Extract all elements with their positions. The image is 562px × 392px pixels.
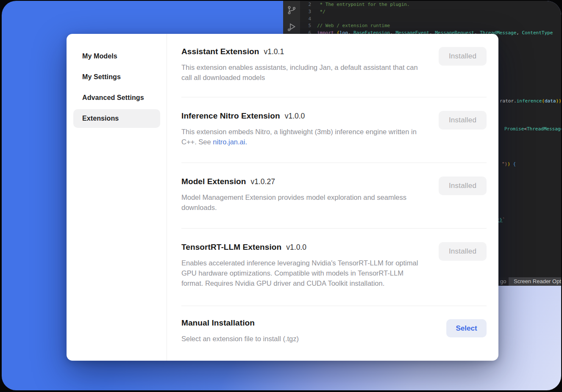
code-fragment: ")) { xyxy=(502,161,516,168)
extension-version: v1.0.0 xyxy=(285,112,305,121)
settings-modal: My Models My Settings Advanced Settings … xyxy=(67,34,498,361)
manual-installation-row: Manual Installation Select an extension … xyxy=(181,306,487,355)
installed-button[interactable]: Installed xyxy=(439,177,487,195)
installed-button[interactable]: Installed xyxy=(439,111,487,130)
select-file-button[interactable]: Select xyxy=(446,319,487,337)
sidebar-item-advanced-settings[interactable]: Advanced Settings xyxy=(73,88,160,107)
source-control-icon[interactable] xyxy=(287,5,297,15)
extension-description: This extension embeds Nitro, a lightweig… xyxy=(181,127,426,147)
code-line: 3 */ xyxy=(300,8,561,16)
settings-sidebar: My Models My Settings Advanced Settings … xyxy=(67,34,167,361)
code-line: 2 * The entrypoint for the plugin. xyxy=(300,1,561,8)
code-line: 5// Web / extension runtime xyxy=(300,22,561,30)
extension-name: Inference Nitro Extension xyxy=(181,111,280,121)
nitro-jan-ai-link[interactable]: nitro.jan.ai. xyxy=(213,138,247,146)
extension-name: TensortRT-LLM Extension xyxy=(181,243,281,252)
extensions-panel: Assistant Extension v1.0.1 This extensio… xyxy=(167,34,498,361)
installed-button[interactable]: Installed xyxy=(439,47,487,66)
installed-button[interactable]: Installed xyxy=(439,242,487,261)
extension-row-tensorrt: TensortRT-LLM Extension v1.0.0 Enables a… xyxy=(181,229,487,306)
code-line: 4 xyxy=(300,16,561,23)
extension-version: v1.0.27 xyxy=(250,177,275,186)
manual-installation-title: Manual Installation xyxy=(181,318,255,328)
extension-version: v1.0.1 xyxy=(264,47,284,56)
sidebar-item-my-models[interactable]: My Models xyxy=(73,47,160,66)
extension-name: Model Extension xyxy=(181,177,246,186)
code-fragment: Promise<ThreadMessage> xyxy=(504,126,561,133)
extension-row-assistant: Assistant Extension v1.0.1 This extensio… xyxy=(181,34,487,97)
run-and-debug-icon[interactable] xyxy=(287,22,297,32)
sidebar-item-extensions[interactable]: Extensions xyxy=(73,109,160,128)
extension-description: This extension enables assistants, inclu… xyxy=(181,62,426,83)
extension-name: Assistant Extension xyxy=(181,47,259,56)
code-fragment: rator.inference(data)); xyxy=(500,98,561,105)
status-bar-text: go xyxy=(500,278,506,285)
manual-installation-description: Select an extension file to install (.tg… xyxy=(181,334,426,344)
extension-description: Model Management Extension provides mode… xyxy=(181,192,426,213)
code-lines: 2 * The entrypoint for the plugin.3 */45… xyxy=(300,1,561,37)
desktop-background: 2 * The entrypoint for the plugin.3 */45… xyxy=(2,1,561,390)
extension-row-nitro: Inference Nitro Extension v1.0.0 This ex… xyxy=(181,97,487,163)
extension-version: v1.0.0 xyxy=(286,243,306,252)
screen-reader-optimized-status[interactable]: Screen Reader Optimized xyxy=(509,277,561,286)
extension-row-model: Model Extension v1.0.27 Model Management… xyxy=(181,163,487,229)
extension-description: Enables accelerated inference leveraging… xyxy=(181,258,426,288)
sidebar-item-my-settings[interactable]: My Settings xyxy=(73,68,160,86)
